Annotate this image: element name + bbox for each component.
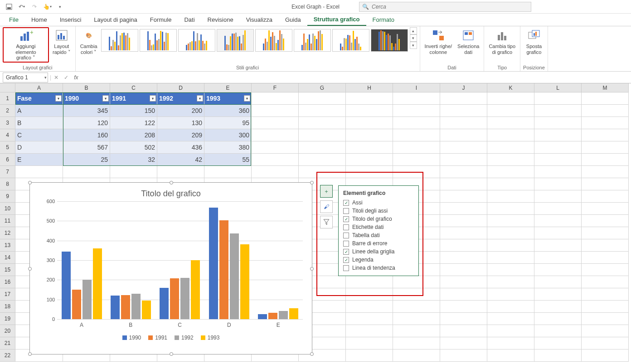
cell[interactable] xyxy=(582,129,629,141)
cell[interactable] xyxy=(393,105,440,117)
cell[interactable] xyxy=(487,203,534,215)
cell[interactable] xyxy=(393,301,440,313)
row-header[interactable]: 3 xyxy=(0,117,15,129)
bar[interactable] xyxy=(142,301,151,319)
cell[interactable] xyxy=(252,129,299,141)
row-header[interactable]: 8 xyxy=(0,178,15,190)
cell[interactable] xyxy=(252,141,299,154)
cell[interactable]: 25 xyxy=(63,154,110,166)
tab-file[interactable]: File xyxy=(3,14,25,25)
qat-dropdown-icon[interactable]: ▾ xyxy=(55,2,64,11)
cell[interactable] xyxy=(487,166,534,178)
tab-dati[interactable]: Dati xyxy=(178,14,201,25)
row-header[interactable]: 6 xyxy=(0,154,15,166)
filter-dropdown-icon[interactable]: ▾ xyxy=(150,95,156,102)
undo-icon[interactable]: ↶▾ xyxy=(17,2,26,11)
cell[interactable] xyxy=(487,178,534,190)
row-header[interactable]: 17 xyxy=(0,288,15,301)
tab-struttura-grafico[interactable]: Struttura grafico xyxy=(307,14,366,26)
cell[interactable]: 55 xyxy=(204,154,252,166)
cell[interactable] xyxy=(440,276,487,288)
cell[interactable] xyxy=(534,288,582,301)
legend-item[interactable]: 1991 xyxy=(148,335,167,341)
cell[interactable] xyxy=(393,154,440,166)
chart-element-option[interactable]: ✓Titolo del grafico xyxy=(343,215,414,223)
cell[interactable] xyxy=(346,325,393,337)
chart-style-thumb[interactable] xyxy=(371,29,408,52)
chart-legend[interactable]: 1990199119921993 xyxy=(30,335,312,341)
column-header[interactable]: C xyxy=(110,83,157,92)
cell[interactable] xyxy=(534,190,582,203)
column-header[interactable]: J xyxy=(440,83,487,92)
cell[interactable] xyxy=(582,178,629,190)
cell[interactable] xyxy=(440,301,487,313)
cell[interactable] xyxy=(440,190,487,203)
cell[interactable] xyxy=(252,105,299,117)
bar[interactable] xyxy=(219,220,228,319)
cell[interactable] xyxy=(252,92,299,105)
cell[interactable]: 1991▾ xyxy=(110,92,157,105)
cell[interactable] xyxy=(252,154,299,166)
cell[interactable] xyxy=(440,215,487,227)
row-header[interactable]: 15 xyxy=(0,264,15,276)
cell[interactable] xyxy=(582,166,629,178)
cell[interactable]: 1993▾ xyxy=(204,92,252,105)
legend-item[interactable]: 1990 xyxy=(122,335,141,341)
save-icon[interactable] xyxy=(5,2,14,11)
cell[interactable] xyxy=(299,154,346,166)
row-header[interactable]: 9 xyxy=(0,190,15,203)
cell[interactable] xyxy=(440,141,487,154)
bar[interactable] xyxy=(62,252,71,320)
cell[interactable] xyxy=(534,92,582,105)
row-header[interactable]: 22 xyxy=(0,349,15,362)
cell[interactable]: 200 xyxy=(157,105,204,117)
cell[interactable]: 502 xyxy=(110,141,157,154)
change-colors-button[interactable]: 🎨 Cambia colori ˅ xyxy=(78,27,99,56)
cell[interactable] xyxy=(534,203,582,215)
cell[interactable]: B xyxy=(15,117,63,129)
cell[interactable] xyxy=(440,105,487,117)
bar[interactable] xyxy=(180,278,189,319)
touch-mode-icon[interactable]: 👆▾ xyxy=(43,2,52,11)
cell[interactable] xyxy=(487,349,534,362)
cell[interactable]: C xyxy=(15,129,63,141)
cell[interactable] xyxy=(582,276,629,288)
row-header[interactable]: 11 xyxy=(0,215,15,227)
tab-formule[interactable]: Formule xyxy=(144,14,178,25)
column-header[interactable]: D xyxy=(157,83,204,92)
cell[interactable]: D xyxy=(15,141,63,154)
select-data-button[interactable]: Seleziona dati xyxy=(456,27,481,56)
row-header[interactable]: 7 xyxy=(0,166,15,178)
cell[interactable] xyxy=(487,227,534,239)
cell[interactable] xyxy=(582,337,629,349)
move-chart-button[interactable]: Sposta grafico xyxy=(524,27,544,56)
cell[interactable]: 95 xyxy=(204,117,252,129)
filter-dropdown-icon[interactable]: ▾ xyxy=(55,95,62,102)
chart-element-option[interactable]: Tabella dati xyxy=(343,231,414,239)
cell[interactable] xyxy=(299,105,346,117)
cell[interactable] xyxy=(440,154,487,166)
column-header[interactable]: M xyxy=(582,83,629,92)
row-header[interactable]: 20 xyxy=(0,325,15,337)
legend-item[interactable]: 1993 xyxy=(201,335,220,341)
cell[interactable] xyxy=(440,325,487,337)
cell[interactable] xyxy=(487,325,534,337)
cell[interactable]: 122 xyxy=(110,117,157,129)
bar[interactable] xyxy=(289,308,298,319)
chart-element-option[interactable]: Linea di tendenza xyxy=(343,264,414,272)
filter-dropdown-icon[interactable]: ▾ xyxy=(102,95,109,102)
cell[interactable] xyxy=(582,288,629,301)
cancel-formula-icon[interactable]: ✕ xyxy=(51,74,61,81)
bar[interactable] xyxy=(83,280,92,319)
cell[interactable] xyxy=(440,252,487,264)
cell[interactable] xyxy=(440,227,487,239)
cell[interactable]: 300 xyxy=(204,129,252,141)
column-header[interactable]: A xyxy=(15,83,63,92)
cell[interactable] xyxy=(346,313,393,325)
bar[interactable] xyxy=(240,244,249,319)
cell[interactable] xyxy=(534,178,582,190)
cell[interactable] xyxy=(393,141,440,154)
bar[interactable] xyxy=(191,260,200,319)
cell[interactable]: A xyxy=(15,105,63,117)
chart-style-thumb[interactable] xyxy=(178,29,215,52)
